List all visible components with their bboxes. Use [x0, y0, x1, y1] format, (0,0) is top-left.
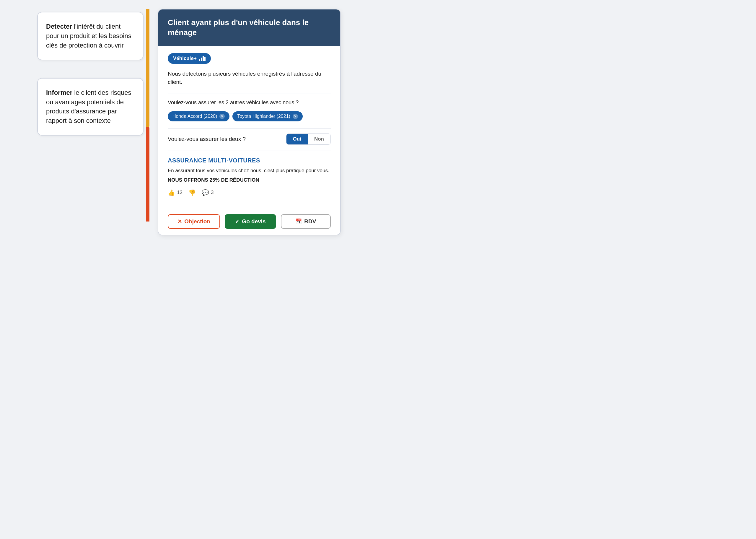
assurance-promo: NOUS OFFRONS 25% DE RÉDUCTION [168, 177, 331, 183]
assurance-desc: En assurant tous vos véhicules chez nous… [168, 167, 331, 175]
question-vehicles-text: Voulez-vous assurer les 2 autres véhicul… [168, 99, 331, 107]
comment-item[interactable]: 💬 3 [202, 189, 213, 196]
bar-4 [204, 57, 205, 61]
badge-row: Véhicule+ [168, 53, 331, 64]
go-devis-button[interactable]: ✓ Go devis [225, 214, 276, 229]
question-deux-text: Voulez-vous assurer les deux ? [168, 136, 281, 142]
divider-bottom-red [146, 127, 149, 221]
toyota-close-btn[interactable]: ✕ [293, 114, 298, 119]
comment-count: 3 [211, 190, 213, 195]
go-devis-check-icon: ✓ [235, 218, 240, 225]
rdv-button[interactable]: 📅 RDV [281, 214, 331, 229]
vehicle-tags-row: Honda Accord (2020) ✕ Toyota Highlander … [168, 111, 331, 121]
objection-x-icon: ✕ [178, 218, 182, 225]
like-count: 12 [177, 190, 183, 195]
vehicule-badge[interactable]: Véhicule+ [168, 53, 211, 64]
honda-close-btn[interactable]: ✕ [219, 114, 225, 119]
toggle-group[interactable]: Oui Non [286, 133, 331, 145]
toyota-label: Toyota Highlander (2021) [237, 114, 290, 119]
detection-text: Nous détectons plusieurs véhicules enreg… [168, 70, 331, 87]
objection-button[interactable]: ✕ Objection [168, 214, 220, 229]
oui-button[interactable]: Oui [286, 134, 308, 144]
inform-card: Informer le client des risques ou avanta… [37, 78, 143, 136]
non-button[interactable]: Non [308, 134, 331, 144]
oui-non-row: Voulez-vous assurer les deux ? Oui Non [168, 133, 331, 145]
card-body: Véhicule+ Nous détectons plusieurs véhic… [158, 46, 340, 208]
assurance-title: ASSURANCE MULTI-VOITURES [168, 157, 331, 164]
dislike-item[interactable]: 👎 [189, 189, 196, 196]
like-item[interactable]: 👍 12 [168, 189, 183, 196]
divider-column [146, 9, 149, 221]
detect-card: Detecter l'intérêt du client pour un pro… [37, 12, 143, 60]
bar-1 [199, 59, 200, 61]
rdv-calendar-icon: 📅 [295, 218, 302, 225]
assurance-section: ASSURANCE MULTI-VOITURES En assurant tou… [168, 157, 331, 184]
right-panel: Client ayant plus d'un véhicule dans le … [158, 9, 341, 235]
thumbs-down-icon: 👎 [189, 189, 196, 196]
go-devis-label: Go devis [242, 218, 265, 225]
divider-3 [168, 151, 331, 151]
divider-2 [168, 128, 331, 129]
action-row: ✕ Objection ✓ Go devis 📅 RDV [158, 208, 340, 235]
left-panel: Detecter l'intérêt du client pour un pro… [37, 9, 143, 135]
detect-bold: Detecter [46, 23, 72, 30]
comment-icon: 💬 [202, 189, 209, 196]
objection-label: Objection [184, 218, 210, 225]
vehicle-tag-toyota[interactable]: Toyota Highlander (2021) ✕ [232, 111, 303, 121]
inform-bold: Informer [46, 89, 72, 96]
vehicule-badge-label: Véhicule+ [173, 55, 197, 61]
rdv-label: RDV [304, 218, 316, 225]
divider-top-orange [146, 9, 149, 127]
thumbs-up-icon: 👍 [168, 189, 175, 196]
honda-label: Honda Accord (2020) [173, 114, 217, 119]
bar-3 [202, 56, 204, 61]
vehicle-tag-honda[interactable]: Honda Accord (2020) ✕ [168, 111, 229, 121]
divider-1 [168, 94, 331, 94]
bar-chart-icon [199, 56, 205, 61]
header-title: Client ayant plus d'un véhicule dans le … [168, 18, 309, 37]
card-header: Client ayant plus d'un véhicule dans le … [158, 9, 340, 46]
feedback-row: 👍 12 👎 💬 3 [168, 189, 331, 196]
bar-2 [201, 58, 202, 61]
